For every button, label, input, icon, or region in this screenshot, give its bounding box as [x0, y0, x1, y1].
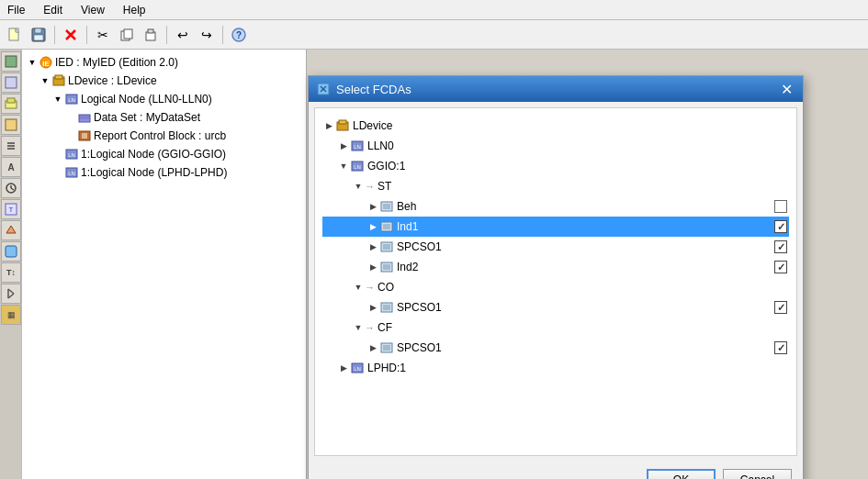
dtree-icon-spcso1-st — [379, 240, 394, 254]
tree-item-dataset[interactable]: ▶ Data Set : MyDataSet — [26, 108, 302, 127]
dtree-checkbox-ind1[interactable] — [774, 220, 787, 233]
svg-text:LN: LN — [354, 366, 361, 372]
sidebar-btn-8[interactable]: T — [1, 199, 21, 219]
dialog-close-button[interactable]: ✕ — [777, 80, 795, 98]
separator-4 — [222, 26, 223, 44]
arrow-ied: ▼ — [26, 56, 39, 69]
dialog-title-icon — [316, 82, 331, 96]
sidebar-btn-10[interactable] — [1, 241, 21, 262]
sidebar-btn-6[interactable]: A — [1, 157, 21, 177]
dtree-label-spcso1-co: SPCSO1 — [397, 301, 771, 314]
dtree-lln0[interactable]: ▶ LN LLN0 — [322, 136, 789, 156]
paste-button[interactable] — [140, 24, 162, 46]
main-content: A T T↕ ▦ ▼ IE IED : MyIED (Edition 2.0) — [0, 50, 868, 479]
tree-item-lognode1[interactable]: ▶ LN 1:Logical Node (GGIO-GGIO) — [26, 145, 302, 163]
tree-label-ied: IED : MyIED (Edition 2.0) — [55, 56, 178, 69]
sidebar-btn-13[interactable]: ▦ — [1, 305, 21, 325]
cut-button[interactable]: ✂ — [92, 24, 114, 46]
dialog-body: ▶ LDevice ▶ LN LLN0 ▼ LN GGIO:1 — [314, 107, 797, 456]
dtree-icon-ldevice — [335, 118, 350, 133]
select-fcdas-dialog: Select FCDAs ✕ ▶ LDevice ▶ LN LLN0 — [308, 75, 804, 479]
tree-item-ldevice[interactable]: ▼ LDevice : LDevice — [26, 72, 302, 90]
copy-button[interactable] — [116, 24, 138, 46]
dtree-spcso1-st[interactable]: ▶ SPCSO1 — [322, 237, 789, 257]
dtree-lphd1[interactable]: ▶ LN LPHD:1 — [322, 358, 789, 378]
dtree-checkbox-ind2[interactable] — [774, 261, 787, 273]
sidebar-btn-7[interactable] — [1, 178, 21, 198]
icon-ldevice — [51, 73, 66, 88]
dtree-st[interactable]: ▼ → ST — [322, 176, 789, 196]
sidebar-btn-11[interactable]: T↕ — [1, 262, 21, 283]
tree-item-ied[interactable]: ▼ IE IED : MyIED (Edition 2.0) — [26, 53, 302, 72]
menu-view[interactable]: View — [77, 4, 108, 17]
dtree-ldevice[interactable]: ▶ LDevice — [322, 116, 789, 136]
dtree-checkbox-spcso1-st[interactable] — [774, 240, 787, 253]
save-button[interactable] — [28, 24, 50, 46]
dtree-checkbox-spcso1-cf[interactable] — [774, 341, 787, 354]
redo-button[interactable]: ↪ — [196, 24, 218, 46]
svg-text:LN: LN — [68, 152, 75, 158]
tree-item-lln0[interactable]: ▼ LN Logical Node (LLN0-LLN0) — [26, 90, 302, 108]
menu-help[interactable]: Help — [119, 4, 150, 17]
undo-button[interactable]: ↩ — [172, 24, 194, 46]
sidebar-btn-12[interactable] — [1, 284, 21, 304]
dtree-checkbox-spcso1-co[interactable] — [774, 301, 787, 314]
ok-button[interactable]: OK — [647, 469, 716, 479]
dtree-spcso1-cf[interactable]: ▶ SPCSO1 — [322, 338, 789, 358]
tree-item-rcb[interactable]: ▶ Report Control Block : urcb — [26, 127, 302, 145]
dtree-icon-spcso1-cf — [379, 340, 394, 355]
svg-text:LN: LN — [354, 144, 361, 150]
sidebar-btn-9[interactable] — [1, 220, 21, 240]
sidebar-btn-3[interactable] — [1, 94, 21, 114]
svg-text:LN: LN — [68, 97, 75, 103]
sidebar-btn-1[interactable] — [1, 51, 21, 72]
sidebar-btn-5[interactable] — [1, 136, 21, 156]
tree-label-lognode1: 1:Logical Node (GGIO-GGIO) — [81, 148, 226, 161]
tree-label-dataset: Data Set : MyDataSet — [94, 111, 200, 124]
new-button[interactable] — [4, 24, 26, 46]
dtree-ind2[interactable]: ▶ Ind2 — [322, 257, 789, 277]
arrow-ldevice: ▼ — [39, 74, 51, 87]
dtree-checkbox-beh[interactable] — [774, 200, 787, 213]
dtree-label-co: CO — [378, 281, 787, 294]
toolbar: ✂ ↩ ↪ ? — [0, 20, 868, 50]
cancel-button[interactable]: Cancel — [723, 469, 792, 479]
menu-file[interactable]: File — [4, 4, 28, 17]
dtree-icon-lphd1: LN — [350, 361, 365, 375]
dtree-arrowicon-st: → — [365, 181, 375, 192]
svg-text:IE: IE — [42, 60, 50, 68]
svg-rect-16 — [7, 98, 15, 103]
left-sidebar: A T T↕ ▦ — [0, 50, 22, 479]
dtree-label-ggio1: GGIO:1 — [367, 160, 787, 173]
dtree-arrow-lln0: ▶ — [337, 139, 350, 152]
icon-rcb — [77, 128, 92, 143]
dtree-cf[interactable]: ▼ → CF — [322, 317, 789, 338]
sidebar-btn-2[interactable] — [1, 72, 21, 93]
dtree-spcso1-co[interactable]: ▶ SPCSO1 — [322, 297, 789, 317]
svg-rect-3 — [35, 28, 41, 33]
svg-line-30 — [8, 294, 14, 298]
sidebar-btn-4[interactable] — [1, 115, 21, 135]
svg-text:T: T — [9, 206, 14, 214]
dtree-beh[interactable]: ▶ Beh — [322, 196, 789, 217]
dtree-co[interactable]: ▼ → CO — [322, 277, 789, 297]
dtree-label-cf: CF — [378, 321, 787, 334]
dtree-ind1[interactable]: ▶ Ind1 — [322, 217, 789, 237]
delete-button[interactable] — [60, 24, 82, 46]
dtree-arrow-ggio1: ▼ — [337, 160, 350, 173]
dtree-label-beh: Beh — [397, 200, 771, 213]
icon-lognode2: LN — [64, 165, 79, 180]
svg-rect-14 — [6, 77, 17, 88]
menu-edit[interactable]: Edit — [39, 4, 66, 17]
svg-rect-17 — [6, 119, 17, 130]
tree-panel: ▼ IE IED : MyIED (Edition 2.0) ▼ LDevice… — [22, 50, 307, 479]
dtree-ggio1[interactable]: ▼ LN GGIO:1 — [322, 156, 789, 176]
dtree-arrow-lphd1: ▶ — [337, 362, 350, 374]
icon-lln0: LN — [64, 92, 79, 106]
tree-item-lognode2[interactable]: ▶ LN 1:Logical Node (LPHD-LPHD) — [26, 163, 302, 182]
dtree-icon-ind2 — [379, 260, 394, 274]
svg-text:LN: LN — [354, 164, 361, 170]
dtree-label-ind2: Ind2 — [397, 261, 771, 273]
tree-label-ldevice: LDevice : LDevice — [68, 74, 157, 87]
help-button[interactable]: ? — [228, 24, 250, 46]
